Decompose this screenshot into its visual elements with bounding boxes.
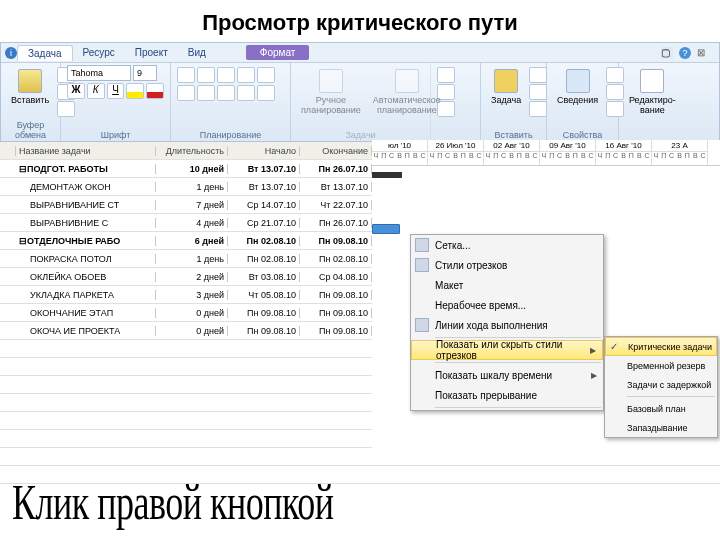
dur-cell[interactable]: 0 дней <box>156 308 228 318</box>
pct75-button[interactable] <box>237 67 255 83</box>
submenu-item[interactable]: Задачи с задержкой <box>605 375 717 394</box>
name-cell[interactable]: ⊟ОТДЕЛОЧНЫЕ РАБО <box>16 236 156 246</box>
link-button[interactable] <box>217 85 235 101</box>
col-end-header[interactable]: Окончание <box>300 146 372 156</box>
start-cell[interactable]: Пн 09.08.10 <box>228 308 300 318</box>
tab-project[interactable]: Проект <box>125 45 178 60</box>
context-menu-item[interactable]: Линии хода выполнения <box>411 315 603 335</box>
context-menu-item[interactable]: Сетка... <box>411 235 603 255</box>
pct100-button[interactable] <box>257 67 275 83</box>
information-button[interactable]: Сведения <box>553 67 602 107</box>
dur-cell[interactable]: 2 дней <box>156 272 228 282</box>
context-menu-item[interactable]: Показать или скрыть стили отрезков▶ <box>411 340 603 360</box>
col-i-header[interactable] <box>0 146 16 156</box>
context-menu-item[interactable]: Показать прерывание <box>411 385 603 405</box>
dur-cell[interactable]: 0 дней <box>156 326 228 336</box>
dur-cell[interactable]: 6 дней <box>156 236 228 246</box>
dur-cell[interactable]: 3 дней <box>156 290 228 300</box>
name-cell[interactable]: ОКЛЕЙКА ОБОЕВ <box>16 272 156 282</box>
underline-button[interactable]: Ч <box>107 83 125 99</box>
paste-button[interactable]: Вставить <box>7 67 53 107</box>
end-cell[interactable]: Пн 09.08.10 <box>300 326 372 336</box>
outdent-button[interactable] <box>177 85 195 101</box>
tab-view[interactable]: Вид <box>178 45 216 60</box>
minimize-ribbon-icon[interactable]: ▢ <box>661 47 673 59</box>
menu-icon <box>415 238 429 252</box>
fill-color-button[interactable] <box>126 83 144 99</box>
start-cell[interactable]: Пн 02.08.10 <box>228 236 300 246</box>
close-icon[interactable]: ⊠ <box>697 47 709 59</box>
submenu-item[interactable]: ✓Критические задачи <box>605 337 717 356</box>
context-menu-item[interactable]: Макет <box>411 275 603 295</box>
end-cell[interactable]: Пн 09.08.10 <box>300 308 372 318</box>
start-cell[interactable]: Ср 14.07.10 <box>228 200 300 210</box>
context-menu-item[interactable]: Показать шкалу времени▶ <box>411 365 603 385</box>
font-name-select[interactable] <box>67 65 131 81</box>
end-cell[interactable]: Пн 26.07.10 <box>300 164 372 174</box>
pct25-button[interactable] <box>197 67 215 83</box>
name-cell[interactable]: ⊟ПОДГОТ. РАБОТЫ <box>16 164 156 174</box>
pct50-button[interactable] <box>217 67 235 83</box>
start-cell[interactable]: Вт 03.08.10 <box>228 272 300 282</box>
tab-resource[interactable]: Ресурс <box>73 45 125 60</box>
context-menu-item[interactable]: Стили отрезков <box>411 255 603 275</box>
col-dur-header[interactable]: Длительность <box>156 146 228 156</box>
name-cell[interactable]: ОКОНЧАНИЕ ЭТАП <box>16 308 156 318</box>
split-button[interactable] <box>257 85 275 101</box>
tab-task[interactable]: Задача <box>17 45 73 61</box>
start-cell[interactable]: Пн 02.08.10 <box>228 254 300 264</box>
end-cell[interactable]: Ср 04.08.10 <box>300 272 372 282</box>
group-clipboard-label: Буфер обмена <box>7 119 54 141</box>
end-cell[interactable]: Пн 02.08.10 <box>300 254 372 264</box>
name-cell[interactable]: УКЛАДКА ПАРКЕТА <box>16 290 156 300</box>
pct0-button[interactable] <box>177 67 195 83</box>
name-cell[interactable]: ОКОЧА ИЕ ПРОЕКТА <box>16 326 156 336</box>
gantt-timescale: юл '10ЧПСВПВС26 Июл '10ЧПСВПВС02 Авг '10… <box>372 140 720 166</box>
submenu-item[interactable]: Запаздывание <box>605 418 717 437</box>
font-size-select[interactable] <box>133 65 157 81</box>
name-cell[interactable]: ВЫРАВНИВАНИЕ СТ <box>16 200 156 210</box>
check-icon: ✓ <box>610 341 618 352</box>
bold-button[interactable]: Ж <box>67 83 85 99</box>
info-icon <box>566 69 590 93</box>
name-cell[interactable]: ВЫРАВНИВНИЕ С <box>16 218 156 228</box>
font-color-button[interactable] <box>146 83 164 99</box>
end-cell[interactable]: Вт 13.07.10 <box>300 182 372 192</box>
col-name-header[interactable]: Название задачи <box>16 146 156 156</box>
context-menu-item[interactable]: Нерабочее время... <box>411 295 603 315</box>
tab-format[interactable]: Формат <box>246 45 310 60</box>
unlink-button[interactable] <box>237 85 255 101</box>
start-cell[interactable]: Вт 13.07.10 <box>228 164 300 174</box>
help-icon[interactable]: ? <box>679 47 691 59</box>
name-cell[interactable]: ДЕМОНТАЖ ОКОН <box>16 182 156 192</box>
find-icon <box>640 69 664 93</box>
end-cell[interactable]: Чт 22.07.10 <box>300 200 372 210</box>
submenu-item[interactable]: Временной резерв <box>605 356 717 375</box>
milestone-button[interactable] <box>529 84 547 100</box>
gantt-summary-bar[interactable] <box>372 172 402 178</box>
submenu-item[interactable]: Базовый план <box>605 399 717 418</box>
end-cell[interactable]: Пн 26.07.10 <box>300 218 372 228</box>
insert-task-button[interactable]: Задача <box>487 67 525 107</box>
start-cell[interactable]: Пн 09.08.10 <box>228 326 300 336</box>
dur-cell[interactable]: 4 дней <box>156 218 228 228</box>
end-cell[interactable]: Пн 09.08.10 <box>300 236 372 246</box>
start-cell[interactable]: Вт 13.07.10 <box>228 182 300 192</box>
deliverable-button[interactable] <box>529 101 547 117</box>
start-cell[interactable]: Чт 05.08.10 <box>228 290 300 300</box>
info-icon[interactable]: i <box>5 47 17 59</box>
italic-button[interactable]: К <box>87 83 105 99</box>
summary-button[interactable] <box>529 67 547 83</box>
edit-button[interactable]: Редактиро- вание <box>625 67 680 117</box>
start-cell[interactable]: Ср 21.07.10 <box>228 218 300 228</box>
name-cell[interactable]: ПОКРАСКА ПОТОЛ <box>16 254 156 264</box>
dur-cell[interactable]: 10 дней <box>156 164 228 174</box>
col-start-header[interactable]: Начало <box>228 146 300 156</box>
end-cell[interactable]: Пн 09.08.10 <box>300 290 372 300</box>
indent-button[interactable] <box>197 85 215 101</box>
caption-text: Клик правой кнопкой <box>12 473 333 532</box>
dur-cell[interactable]: 1 день <box>156 254 228 264</box>
gantt-task-bar[interactable] <box>372 224 400 234</box>
dur-cell[interactable]: 7 дней <box>156 200 228 210</box>
dur-cell[interactable]: 1 день <box>156 182 228 192</box>
